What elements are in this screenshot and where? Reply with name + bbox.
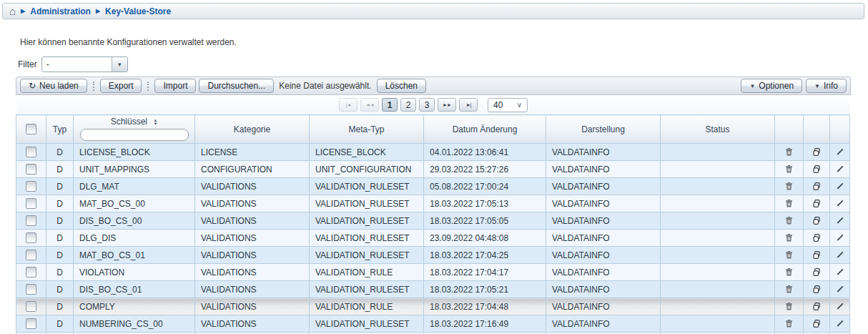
row-checkbox[interactable] [26,198,36,209]
copy-icon[interactable] [804,230,829,246]
pencil-icon[interactable] [830,247,849,263]
key-value-table: Typ Schlüssel ▲ ▼ Kategorie Meta-Typ Dat… [16,114,850,334]
next-page-button[interactable]: ►► [438,98,456,112]
page-button-2[interactable]: 2 [400,98,416,112]
header-status[interactable]: Status [661,115,775,144]
table-row[interactable]: D DIS_BO_CS_01 VALIDATIONS VALIDATION_RU… [16,281,850,298]
table-row[interactable]: D DIS_BO_CS_00 VALIDATIONS VALIDATION_RU… [16,212,850,230]
header-meta-typ[interactable]: Meta-Typ [310,115,424,144]
pencil-icon[interactable] [830,144,849,160]
breadcrumb-item-key-value-store[interactable]: Key-Value-Store [105,6,171,16]
copy-icon[interactable] [804,247,829,263]
table-row[interactable]: D MAT_BO_CS_01 VALIDATIONS VALIDATION_RU… [16,247,850,264]
trash-icon[interactable] [775,230,803,246]
cell-copy [804,144,830,161]
first-page-button[interactable]: |◄ [339,98,357,112]
import-button[interactable]: Import [154,79,196,93]
trash-icon[interactable] [775,264,803,280]
pencil-icon[interactable] [830,212,849,229]
export-button[interactable]: Export [100,79,142,93]
row-checkbox[interactable] [26,232,36,243]
header-datum-aenderung[interactable]: Datum Änderung [424,115,546,144]
previous-page-button[interactable]: ◄◄ [360,98,379,112]
browse-file-button[interactable]: Durchsuchen... [199,79,274,93]
table-row[interactable]: D COMPLY VALIDATIONS VALIDATION_RULE 18.… [16,298,850,315]
cell-typ: D [46,298,74,315]
home-icon[interactable]: ⌂ [9,6,16,16]
trash-icon[interactable] [775,315,803,332]
reload-button-label: Neu laden [39,81,79,91]
row-checkbox[interactable] [26,147,36,157]
pencil-icon[interactable] [830,195,849,212]
table-row[interactable]: D VIOLATION VALIDATIONS VALIDATION_RULE … [16,264,850,281]
trash-icon[interactable] [775,161,803,177]
page-size-select[interactable]: 40 ∨ [488,98,528,112]
page-button-1[interactable]: 1 [382,98,398,112]
header-copy-column [804,115,830,144]
row-checkbox[interactable] [26,164,36,175]
last-page-button[interactable]: ►| [459,98,478,112]
sort-icon[interactable]: ▲ ▼ [153,119,157,126]
select-all-checkbox[interactable] [26,124,36,134]
cell-copy [804,195,830,212]
table-row[interactable]: D LICENSE_BLOCK LICENSE LICENSE_BLOCK 04… [16,144,850,161]
delete-button[interactable]: Löschen [377,79,426,93]
trash-icon[interactable] [775,144,803,160]
trash-icon[interactable] [775,298,803,315]
pencil-icon[interactable] [830,281,849,298]
trash-icon[interactable] [775,247,803,263]
pencil-icon[interactable] [830,264,849,280]
cell-datum: 18.03.2022 17:04:48 [424,298,546,315]
copy-icon[interactable] [804,161,829,177]
table-row[interactable]: D DLG_DIS VALIDATIONS VALIDATION_RULESET… [16,230,850,247]
row-checkbox[interactable] [26,284,36,295]
trash-icon[interactable] [775,281,803,298]
cell-schluessel: DLG_DIS [74,230,195,247]
breadcrumb-item-administration[interactable]: Administration [30,6,91,16]
cell-darstellung: VALDATAINFO [546,161,661,178]
pencil-icon[interactable] [830,315,849,332]
row-checkbox[interactable] [26,318,36,329]
table-row[interactable]: D DLG_MAT VALIDATIONS VALIDATION_RULESET… [16,178,850,195]
pencil-icon[interactable] [830,230,849,246]
cell-darstellung: VALDATAINFO [546,281,661,298]
table-row[interactable]: D MAT_BO_CS_00 VALIDATIONS VALIDATION_RU… [16,195,850,212]
copy-icon[interactable] [804,195,829,212]
copy-icon[interactable] [804,178,829,195]
cell-kategorie: VALIDATIONS [195,247,310,264]
header-kategorie[interactable]: Kategorie [195,115,310,144]
copy-icon[interactable] [804,298,829,315]
trash-icon[interactable] [775,195,803,212]
row-checkbox[interactable] [26,250,36,260]
pencil-icon[interactable] [830,178,849,195]
header-darstellung[interactable]: Darstellung [546,115,661,144]
copy-icon[interactable] [804,212,829,229]
table-row[interactable]: D NUMBERING_CS_00 VALIDATIONS VALIDATION… [16,315,850,333]
copy-icon[interactable] [804,281,829,298]
header-typ[interactable]: Typ [46,115,74,144]
pencil-icon[interactable] [830,161,849,177]
row-checkbox[interactable] [26,267,36,277]
row-checkbox[interactable] [26,181,36,192]
schluessel-filter-input[interactable] [80,129,189,141]
trash-icon[interactable] [775,178,803,195]
page-button-3[interactable]: 3 [419,98,435,112]
copy-icon[interactable] [804,264,829,280]
reload-button[interactable]: ↻ Neu laden [20,79,87,93]
table-row[interactable]: D UNIT_MAPPINGS CONFIGURATION UNIT_CONFI… [16,161,850,178]
cell-schluessel: DIS_BO_CS_01 [74,281,195,298]
row-checkbox[interactable] [26,215,36,226]
row-select-cell [16,161,46,178]
options-menu-button[interactable]: ▼ Optionen [741,79,802,93]
copy-icon[interactable] [804,315,829,332]
filter-dropdown[interactable]: - ▼ [41,57,128,72]
pencil-icon[interactable] [830,298,849,315]
info-menu-button[interactable]: ▼ Info [806,79,847,93]
chevron-down-icon[interactable]: ▼ [112,57,127,72]
cell-copy [804,264,830,281]
cell-darstellung: VALDATAINFO [546,212,661,230]
copy-icon[interactable] [804,144,829,160]
row-checkbox[interactable] [26,301,36,312]
trash-icon[interactable] [775,212,803,229]
header-schluessel[interactable]: Schlüssel ▲ ▼ [74,115,195,144]
